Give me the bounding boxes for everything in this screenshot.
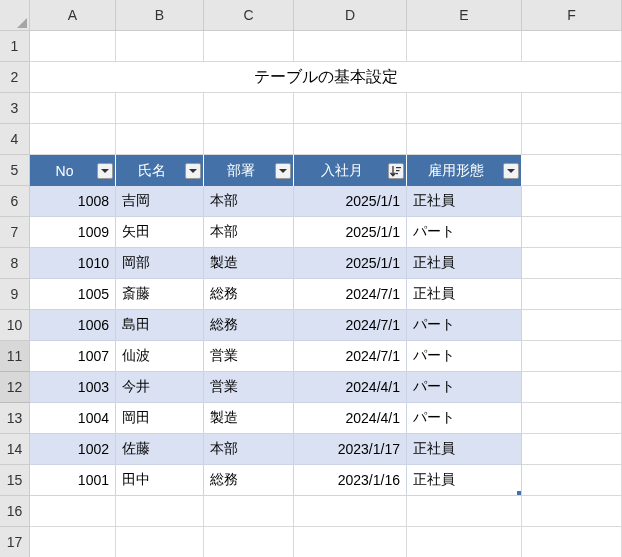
- table-cell[interactable]: 本部: [204, 186, 294, 217]
- column-header-B[interactable]: B: [116, 0, 204, 31]
- table-cell[interactable]: 正社員: [407, 186, 522, 217]
- table-cell[interactable]: 仙波: [116, 341, 204, 372]
- table-cell[interactable]: 正社員: [407, 465, 522, 496]
- cell-F12[interactable]: [522, 372, 622, 403]
- table-header-0[interactable]: No: [30, 155, 116, 186]
- table-cell[interactable]: 岡部: [116, 248, 204, 279]
- table-cell[interactable]: 佐藤: [116, 434, 204, 465]
- cell-B1[interactable]: [116, 31, 204, 62]
- cell-F16[interactable]: [522, 496, 622, 527]
- cell-F11[interactable]: [522, 341, 622, 372]
- column-header-A[interactable]: A: [30, 0, 116, 31]
- column-header-C[interactable]: C: [204, 0, 294, 31]
- cell-F9[interactable]: [522, 279, 622, 310]
- cell-F5[interactable]: [522, 155, 622, 186]
- table-cell[interactable]: 2025/1/1: [294, 186, 407, 217]
- table-cell[interactable]: 営業: [204, 372, 294, 403]
- table-cell[interactable]: 2024/4/1: [294, 372, 407, 403]
- table-cell[interactable]: 岡田: [116, 403, 204, 434]
- table-cell[interactable]: 1003: [30, 372, 116, 403]
- cell-C1[interactable]: [204, 31, 294, 62]
- cell-D16[interactable]: [294, 496, 407, 527]
- cell-F7[interactable]: [522, 217, 622, 248]
- table-cell[interactable]: 総務: [204, 465, 294, 496]
- row-header-11[interactable]: 11: [0, 341, 30, 372]
- row-header-3[interactable]: 3: [0, 93, 30, 124]
- table-cell[interactable]: 1010: [30, 248, 116, 279]
- table-cell[interactable]: 吉岡: [116, 186, 204, 217]
- filter-icon[interactable]: [97, 163, 113, 179]
- filter-icon[interactable]: [503, 163, 519, 179]
- column-header-F[interactable]: F: [522, 0, 622, 31]
- cell-D4[interactable]: [294, 124, 407, 155]
- cell-B4[interactable]: [116, 124, 204, 155]
- table-cell[interactable]: 今井: [116, 372, 204, 403]
- cell-D17[interactable]: [294, 527, 407, 557]
- table-cell[interactable]: 1004: [30, 403, 116, 434]
- cell-B16[interactable]: [116, 496, 204, 527]
- table-header-4[interactable]: 雇用形態: [407, 155, 522, 186]
- table-cell[interactable]: 矢田: [116, 217, 204, 248]
- cell-A3[interactable]: [30, 93, 116, 124]
- table-cell[interactable]: 製造: [204, 403, 294, 434]
- column-header-E[interactable]: E: [407, 0, 522, 31]
- cell-F10[interactable]: [522, 310, 622, 341]
- table-cell[interactable]: 2024/7/1: [294, 341, 407, 372]
- table-cell[interactable]: パート: [407, 403, 522, 434]
- cell-C3[interactable]: [204, 93, 294, 124]
- table-cell[interactable]: 2024/7/1: [294, 310, 407, 341]
- table-cell[interactable]: 2024/4/1: [294, 403, 407, 434]
- table-cell[interactable]: 2025/1/1: [294, 248, 407, 279]
- table-cell[interactable]: 1002: [30, 434, 116, 465]
- cell-C16[interactable]: [204, 496, 294, 527]
- cell-B3[interactable]: [116, 93, 204, 124]
- table-cell[interactable]: 島田: [116, 310, 204, 341]
- table-header-1[interactable]: 氏名: [116, 155, 204, 186]
- row-header-16[interactable]: 16: [0, 496, 30, 527]
- row-header-9[interactable]: 9: [0, 279, 30, 310]
- cell-E3[interactable]: [407, 93, 522, 124]
- cell-D3[interactable]: [294, 93, 407, 124]
- cell-F3[interactable]: [522, 93, 622, 124]
- cell-F6[interactable]: [522, 186, 622, 217]
- cell-A17[interactable]: [30, 527, 116, 557]
- table-cell[interactable]: 1007: [30, 341, 116, 372]
- table-cell[interactable]: 1006: [30, 310, 116, 341]
- table-cell[interactable]: 1005: [30, 279, 116, 310]
- cell-E4[interactable]: [407, 124, 522, 155]
- cell-F8[interactable]: [522, 248, 622, 279]
- filter-icon[interactable]: [275, 163, 291, 179]
- row-header-7[interactable]: 7: [0, 217, 30, 248]
- table-cell[interactable]: 1001: [30, 465, 116, 496]
- cell-E17[interactable]: [407, 527, 522, 557]
- filter-icon[interactable]: [185, 163, 201, 179]
- row-header-13[interactable]: 13: [0, 403, 30, 434]
- table-cell[interactable]: 2023/1/16: [294, 465, 407, 496]
- row-header-6[interactable]: 6: [0, 186, 30, 217]
- cell-C4[interactable]: [204, 124, 294, 155]
- table-cell[interactable]: 正社員: [407, 248, 522, 279]
- table-cell[interactable]: 2024/7/1: [294, 279, 407, 310]
- table-header-2[interactable]: 部署: [204, 155, 294, 186]
- row-header-4[interactable]: 4: [0, 124, 30, 155]
- table-cell[interactable]: 総務: [204, 310, 294, 341]
- table-header-3[interactable]: 入社月: [294, 155, 407, 186]
- table-cell[interactable]: 斎藤: [116, 279, 204, 310]
- row-header-8[interactable]: 8: [0, 248, 30, 279]
- table-cell[interactable]: パート: [407, 217, 522, 248]
- table-cell[interactable]: パート: [407, 310, 522, 341]
- table-cell[interactable]: パート: [407, 372, 522, 403]
- table-cell[interactable]: 営業: [204, 341, 294, 372]
- row-header-17[interactable]: 17: [0, 527, 30, 557]
- row-header-2[interactable]: 2: [0, 62, 30, 93]
- cell-A16[interactable]: [30, 496, 116, 527]
- cell-F15[interactable]: [522, 465, 622, 496]
- table-cell[interactable]: 総務: [204, 279, 294, 310]
- cell-F13[interactable]: [522, 403, 622, 434]
- row-header-15[interactable]: 15: [0, 465, 30, 496]
- cell-D1[interactable]: [294, 31, 407, 62]
- cell-F17[interactable]: [522, 527, 622, 557]
- row-header-5[interactable]: 5: [0, 155, 30, 186]
- row-header-14[interactable]: 14: [0, 434, 30, 465]
- table-cell[interactable]: 正社員: [407, 434, 522, 465]
